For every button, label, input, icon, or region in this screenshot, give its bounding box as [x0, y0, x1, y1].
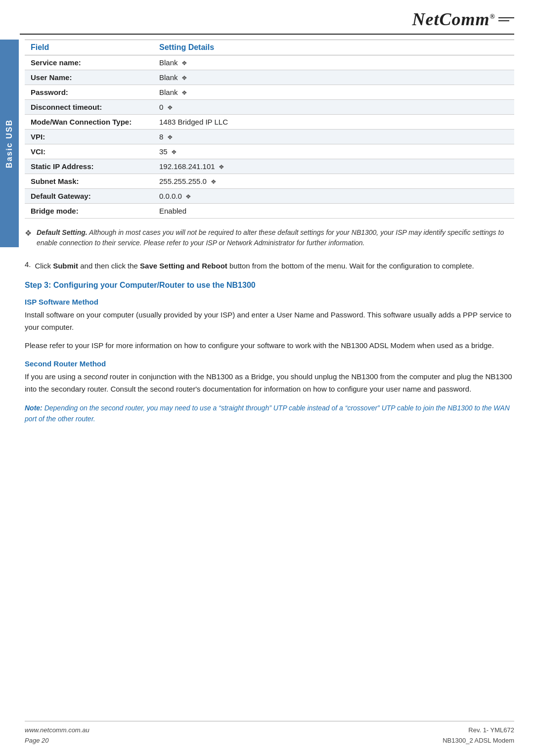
footer-rev: Rev. 1- YML672: [443, 725, 514, 736]
table-row: User Name:Blank ❖: [25, 70, 514, 85]
table-cell-field: VCI:: [25, 144, 153, 159]
submit-label: Submit: [53, 262, 78, 270]
table-cell-value: 255.255.255.0 ❖: [153, 174, 514, 189]
settings-table: Field Setting Details Service name:Blank…: [25, 40, 514, 219]
diamond-icon: ❖: [184, 193, 192, 200]
isp-method-para1: Install software on your computer (usual…: [25, 309, 514, 334]
logo-line-top: [498, 17, 514, 18]
save-reboot-label: Save Setting and Reboot: [140, 262, 227, 270]
second-router-heading: Second Router Method: [25, 359, 514, 368]
footer-product: NB1300_2 ADSL Modem: [443, 736, 514, 746]
table-cell-value: Blank ❖: [153, 70, 514, 85]
table-cell-value: 0.0.0.0 ❖: [153, 189, 514, 204]
step3-heading: Step 3: Configuring your Computer/Router…: [25, 281, 514, 290]
diamond-icon: ❖: [170, 148, 178, 156]
table-cell-value: 8 ❖: [153, 130, 514, 144]
diamond-icon: ❖: [180, 89, 188, 96]
table-row: Mode/Wan Connection Type:1483 Bridged IP…: [25, 115, 514, 130]
footer-left: www.netcomm.com.au Page 20: [25, 725, 89, 746]
table-row: Password:Blank ❖: [25, 85, 514, 100]
table-row: Disconnect timeout:0 ❖: [25, 100, 514, 115]
table-cell-field: Password:: [25, 85, 153, 100]
table-cell-value: Blank ❖: [153, 85, 514, 100]
isp-method-heading: ISP Software Method: [25, 298, 514, 306]
table-cell-field: Disconnect timeout:: [25, 100, 153, 115]
table-cell-field: Bridge mode:: [25, 204, 153, 219]
table-cell-value: 1483 Bridged IP LLC: [153, 115, 514, 130]
table-cell-field: User Name:: [25, 70, 153, 85]
sidebar-label: Basic USB: [5, 119, 14, 168]
table-cell-value: Blank ❖: [153, 55, 514, 70]
logo-text: NetComm®: [412, 9, 495, 30]
second-router-note: Note: Depending on the second router, yo…: [25, 402, 514, 425]
step4-text: Click Submit and then click the Save Set…: [35, 260, 474, 272]
logo-decoration: [498, 9, 514, 30]
note-bold: Default Setting.: [37, 228, 88, 236]
table-cell-field: VPI:: [25, 130, 153, 144]
diamond-icon: ❖: [180, 74, 188, 82]
logo-line-bottom: [498, 20, 509, 21]
diamond-icon: ❖: [217, 163, 225, 171]
footer: www.netcomm.com.au Page 20 Rev. 1- YML67…: [25, 721, 514, 746]
table-cell-field: Subnet Mask:: [25, 174, 153, 189]
second-router-para1: If you are using a second router in conj…: [25, 371, 514, 396]
diamond-icon: ❖: [165, 133, 173, 141]
table-cell-value: 192.168.241.101 ❖: [153, 159, 514, 174]
diamond-icon: ❖: [180, 59, 188, 67]
table-row: Subnet Mask:255.255.255.0 ❖: [25, 174, 514, 189]
note-text: Default Setting. Although in most cases …: [37, 227, 514, 248]
table-cell-field: Mode/Wan Connection Type:: [25, 115, 153, 130]
main-content: Field Setting Details Service name:Blank…: [25, 35, 514, 425]
table-cell-value: Enabled: [153, 204, 514, 219]
diamond-icon: ❖: [25, 228, 32, 238]
table-row: VCI:35 ❖: [25, 144, 514, 159]
table-cell-value: 0 ❖: [153, 100, 514, 115]
table-row: VPI:8 ❖: [25, 130, 514, 144]
table-cell-value: 35 ❖: [153, 144, 514, 159]
note-label: Note:: [25, 404, 43, 412]
footer-right: Rev. 1- YML672 NB1300_2 ADSL Modem: [443, 725, 514, 746]
table-header-field: Field: [25, 40, 153, 55]
table-cell-field: Static IP Address:: [25, 159, 153, 174]
diamond-icon: ❖: [165, 104, 173, 111]
table-header-setting: Setting Details: [153, 40, 514, 55]
table-row: Bridge mode:Enabled: [25, 204, 514, 219]
table-row: Default Gateway:0.0.0.0 ❖: [25, 189, 514, 204]
table-cell-field: Default Gateway:: [25, 189, 153, 204]
sidebar: Basic USB: [0, 40, 19, 247]
default-setting-note: ❖ Default Setting. Although in most case…: [25, 224, 514, 251]
isp-method-para2: Please refer to your ISP for more inform…: [25, 340, 514, 352]
diamond-icon: ❖: [209, 178, 217, 185]
table-row: Static IP Address:192.168.241.101 ❖: [25, 159, 514, 174]
logo-area: NetComm®: [0, 0, 534, 30]
step4-number: 4.: [25, 260, 31, 268]
step4-instruction: 4. Click Submit and then click the Save …: [25, 260, 514, 272]
table-cell-field: Service name:: [25, 55, 153, 70]
table-row: Service name:Blank ❖: [25, 55, 514, 70]
footer-page: Page 20: [25, 736, 89, 746]
footer-website: www.netcomm.com.au: [25, 725, 89, 736]
